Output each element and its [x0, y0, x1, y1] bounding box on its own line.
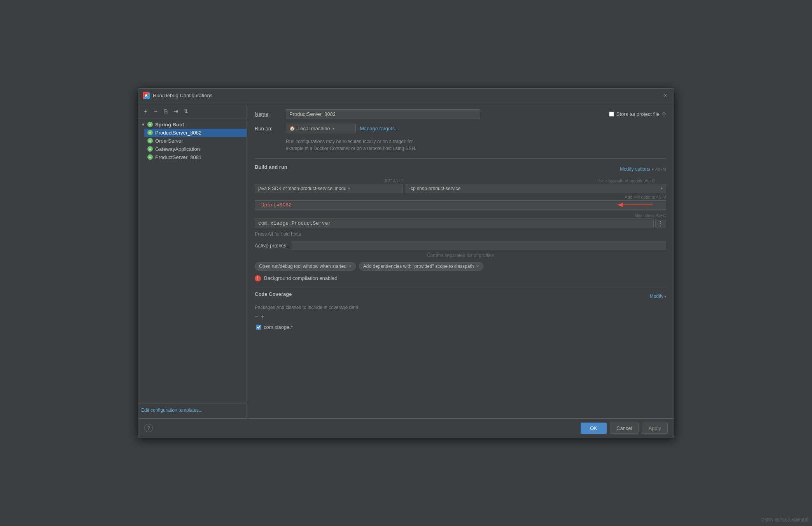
watermark: CSDN @只因为你而温柔	[761, 517, 809, 523]
name-label: Name:	[255, 111, 282, 117]
tree-item-gateway-application[interactable]: ● GatewayApplication	[144, 145, 247, 153]
tree-item-product-server-8082[interactable]: ● ProductServer_8082	[144, 129, 247, 137]
build-run-header: Build and run Modify options ▾ Alt+M	[255, 164, 666, 175]
active-profiles-label: Active profiles:	[255, 243, 288, 248]
vm-options-input[interactable]	[255, 200, 666, 210]
coverage-toolbar: − +	[255, 313, 666, 320]
code-coverage-section: Code Coverage Modify ▾ Packages and clas…	[255, 291, 666, 331]
modify-options-button[interactable]: Modify options ▾ Alt+M	[620, 166, 666, 172]
add-config-button[interactable]: +	[141, 107, 150, 115]
active-profiles-input[interactable]	[292, 241, 666, 250]
dialog-title: Run/Debug Configurations	[153, 93, 212, 98]
profiles-hint: Comma separated list of profiles	[255, 253, 666, 258]
warning-icon: !	[255, 275, 261, 281]
bg-compilation-row: ! Background compilation enabled	[255, 275, 666, 281]
apply-button[interactable]: Apply	[642, 423, 668, 434]
move-config-button[interactable]: ⇥	[172, 107, 180, 115]
help-button[interactable]: ?	[144, 424, 153, 432]
bg-compilation-label: Background compilation enabled	[264, 275, 338, 281]
jre-label: JRE Alt+J	[255, 178, 402, 183]
store-project-file-label: Store as project file	[616, 111, 660, 117]
chevron-down-icon: ▼	[141, 122, 145, 127]
tree-item-label-1: ProductServer_8082	[155, 130, 201, 136]
tag-open-tool-window: Open run/debug tool window when started …	[255, 262, 356, 271]
coverage-modify-button[interactable]: Modify ▾	[650, 294, 666, 299]
vm-options-row	[255, 200, 666, 210]
coverage-modify-label: Modify	[650, 294, 663, 299]
tree-item-label-3: GatewayApplication	[155, 146, 200, 152]
store-project-file-checkbox[interactable]	[609, 112, 614, 117]
name-input[interactable]	[286, 109, 480, 119]
classpath-value: -cp shop-product-service	[409, 186, 460, 191]
store-project-file-row: Store as project file ⚙	[609, 111, 666, 117]
copy-config-button[interactable]: ⎘	[161, 107, 170, 115]
footer-right: OK Cancel Apply	[581, 423, 668, 434]
spring-boot-icon: ●	[147, 122, 153, 127]
build-run-section: Build and run Modify options ▾ Alt+M JRE…	[255, 158, 666, 331]
run-on-dropdown[interactable]: 🏠 Local machine ▾	[286, 124, 356, 133]
code-coverage-header: Code Coverage Modify ▾	[255, 291, 666, 302]
sdk-value: java 8 SDK of 'shop-product-service' mod…	[258, 186, 346, 191]
main-class-row: ⋮	[255, 218, 666, 228]
sort-config-button[interactable]: ⇅	[182, 107, 190, 115]
gear-icon[interactable]: ⚙	[662, 111, 666, 117]
app-icon: R	[143, 92, 150, 99]
sidebar: + − ⎘ ⇥ ⇅ ▼ ● Spring Boot ● ProductServe…	[138, 103, 247, 418]
coverage-item-checkbox[interactable]	[256, 325, 261, 330]
sdk-dropdown-arrow-icon: ▾	[348, 186, 350, 190]
run-on-row: Run on: 🏠 Local machine ▾ Manage targets…	[255, 124, 666, 133]
active-profiles-row: Active profiles:	[255, 241, 666, 250]
field-hints-text: Press Alt for field hints	[255, 231, 666, 237]
close-button[interactable]: ×	[662, 92, 669, 100]
tag-add-dependencies: Add dependencies with "provided" scope t…	[359, 262, 483, 271]
tag-1-close-icon[interactable]: ×	[349, 264, 352, 269]
modify-options-shortcut: Alt+M	[655, 167, 666, 171]
coverage-item: com.xiaoge.*	[255, 323, 666, 331]
tree-item-order-server[interactable]: ● OrderServer	[144, 137, 247, 145]
tree-group-label: Spring Boot	[155, 122, 184, 128]
tag-1-label: Open run/debug tool window when started	[259, 264, 346, 269]
run-on-label: Run on:	[255, 126, 282, 131]
tree-item-label-4: ProductServer_8081	[155, 154, 201, 160]
footer-left: ?	[144, 424, 153, 432]
title-bar: R Run/Debug Configurations ×	[138, 89, 674, 103]
use-classpath-label: Use classpath of module Alt+O	[406, 178, 655, 183]
cancel-button[interactable]: Cancel	[610, 423, 639, 434]
main-class-browse-button[interactable]: ⋮	[655, 219, 666, 227]
edit-templates-link[interactable]: Edit configuration templates...	[141, 407, 203, 413]
ok-button[interactable]: OK	[581, 423, 607, 434]
classpath-arrow-icon: ▾	[661, 186, 663, 190]
tag-2-close-icon[interactable]: ×	[476, 264, 479, 269]
spring-icon-2: ●	[147, 138, 153, 143]
info-line-2: example in a Docker Container or on a re…	[286, 145, 666, 152]
title-bar-left: R Run/Debug Configurations	[143, 92, 212, 99]
sdk-classpath-row: java 8 SDK of 'shop-product-service' mod…	[255, 184, 666, 193]
tag-2-label: Add dependencies with "provided" scope t…	[363, 264, 474, 269]
coverage-remove-button[interactable]: −	[255, 313, 258, 320]
info-text: Run configurations may be executed local…	[286, 138, 666, 152]
red-arrow-indicator	[612, 201, 658, 209]
remove-config-button[interactable]: −	[151, 107, 160, 115]
tree-group-spring-boot[interactable]: ▼ ● Spring Boot	[138, 121, 247, 129]
tags-row: Open run/debug tool window when started …	[255, 262, 666, 271]
build-run-label: Build and run	[255, 164, 287, 170]
sidebar-toolbar: + − ⎘ ⇥ ⇅	[138, 105, 247, 119]
run-on-value: Local machine	[298, 126, 330, 131]
main-area: + − ⎘ ⇥ ⇅ ▼ ● Spring Boot ● ProductServe…	[138, 103, 674, 418]
sdk-dropdown[interactable]: java 8 SDK of 'shop-product-service' mod…	[255, 184, 402, 193]
coverage-modify-arrow-icon: ▾	[664, 294, 666, 299]
add-vm-label: Add VM options Alt+V	[255, 195, 666, 199]
main-class-input[interactable]	[255, 218, 654, 228]
info-line-1: Run configurations may be executed local…	[286, 138, 666, 145]
top-labels-row: JRE Alt+J Use classpath of module Alt+O	[255, 178, 666, 183]
spring-icon-4: ●	[147, 154, 153, 160]
manage-targets-link[interactable]: Manage targets...	[360, 126, 399, 131]
packages-text: Packages and classes to include in cover…	[255, 305, 666, 310]
home-icon: 🏠	[289, 126, 295, 131]
footer-bar: ? OK Cancel Apply	[138, 418, 674, 438]
main-class-label: Main class Alt+C	[255, 213, 666, 218]
spring-icon-3: ●	[147, 146, 153, 152]
classpath-dropdown[interactable]: -cp shop-product-service ▾	[406, 184, 666, 193]
coverage-add-button[interactable]: +	[261, 313, 264, 320]
tree-item-product-server-8081[interactable]: ● ProductServer_8081	[144, 153, 247, 161]
